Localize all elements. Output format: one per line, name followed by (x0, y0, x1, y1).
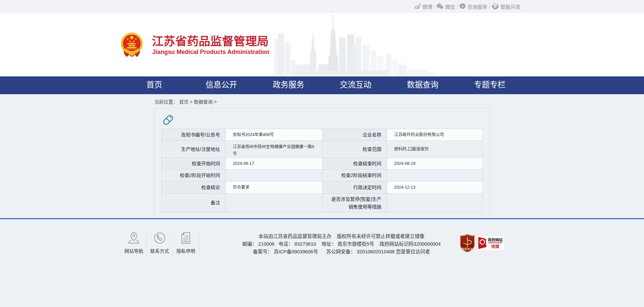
svg-text:党政机关: 党政机关 (462, 247, 473, 251)
svg-text:找错: 找错 (491, 244, 499, 249)
svg-text:政府网站: 政府网站 (488, 238, 503, 242)
